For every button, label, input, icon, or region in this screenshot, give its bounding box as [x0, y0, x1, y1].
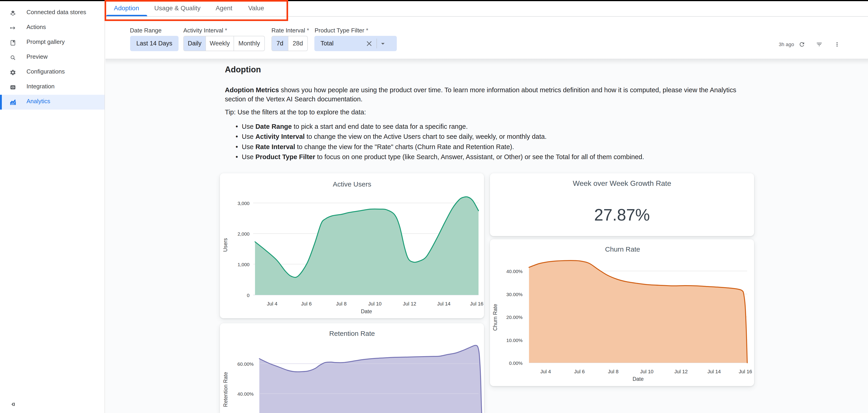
svg-text:Jul 12: Jul 12 [674, 369, 688, 374]
svg-text:0: 0 [247, 293, 250, 298]
svg-text:Date: Date [632, 376, 644, 382]
svg-text:Jul 4: Jul 4 [267, 301, 277, 307]
svg-text:Jul 10: Jul 10 [640, 369, 654, 374]
svg-text:Jul 6: Jul 6 [574, 369, 585, 374]
svg-text:Churn Rate: Churn Rate [492, 304, 498, 331]
svg-text:Jul 12: Jul 12 [403, 301, 416, 307]
svg-text:Users: Users [222, 238, 228, 252]
svg-text:Retention Rate: Retention Rate [223, 372, 228, 407]
svg-text:1,000: 1,000 [238, 262, 250, 267]
svg-text:Jul 8: Jul 8 [336, 301, 347, 307]
svg-text:Jul 16: Jul 16 [739, 369, 752, 374]
svg-text:20.00%: 20.00% [506, 315, 523, 320]
svg-text:2,000: 2,000 [238, 231, 250, 236]
svg-text:10.00%: 10.00% [506, 338, 523, 343]
svg-text:Jul 14: Jul 14 [437, 301, 451, 307]
svg-text:Jul 8: Jul 8 [608, 369, 618, 374]
svg-text:0.00%: 0.00% [509, 360, 523, 366]
svg-text:60.00%: 60.00% [238, 361, 254, 367]
svg-text:Jul 14: Jul 14 [708, 369, 721, 374]
svg-text:Retention Rate: Retention Rate [329, 330, 375, 337]
svg-text:Jul 4: Jul 4 [540, 369, 551, 374]
svg-text:40.00%: 40.00% [506, 269, 523, 274]
svg-text:Jul 6: Jul 6 [301, 301, 312, 307]
svg-text:Active Users: Active Users [333, 180, 371, 188]
svg-text:Date: Date [361, 309, 372, 314]
svg-text:3,000: 3,000 [238, 201, 250, 206]
svg-text:30.00%: 30.00% [506, 292, 523, 297]
svg-text:Jul 10: Jul 10 [368, 301, 382, 307]
svg-text:40.00%: 40.00% [238, 391, 254, 396]
svg-text:Jul 16: Jul 16 [470, 301, 484, 307]
svg-text:Churn Rate: Churn Rate [605, 246, 640, 253]
